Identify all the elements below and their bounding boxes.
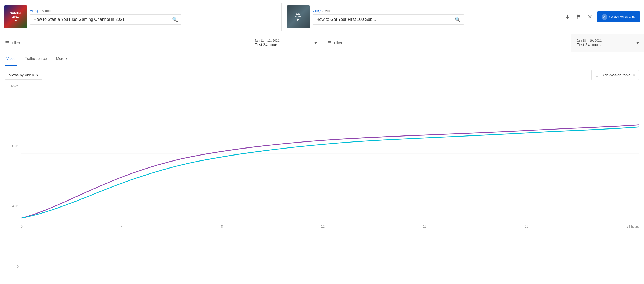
date-label-2: First 24 hours bbox=[577, 42, 634, 47]
date-label-1: First 24 hours bbox=[255, 42, 312, 47]
tab-traffic-source[interactable]: Traffic source bbox=[24, 52, 48, 66]
tab-more[interactable]: More ▾ bbox=[55, 52, 68, 66]
video-panel-2: 100SUBS▶ vidIQ / Video How to Get Your F… bbox=[287, 5, 559, 28]
y-label-12k: 12.0K bbox=[11, 84, 19, 88]
tab-more-label: More bbox=[56, 56, 65, 61]
filter-icon-2: ☰ bbox=[327, 40, 332, 46]
main-content: Views by Video ▾ ⊞ Side-by-side table ▾ … bbox=[0, 66, 644, 284]
video-search-box-2[interactable]: How to Get Your First 100 Sub... 🔍 bbox=[313, 14, 464, 25]
comparison-label: COMPARISON bbox=[609, 15, 636, 19]
category-2: Video bbox=[325, 9, 333, 13]
tabs-row: Video Traffic source More ▾ bbox=[0, 52, 644, 66]
video-thumbnail-2: 100SUBS▶ bbox=[287, 5, 310, 28]
video-panel-1: GAMING2021▶ vidIQ / Video How to Start a… bbox=[4, 5, 276, 28]
chart-line-cyan bbox=[21, 127, 639, 218]
brand-2[interactable]: vidIQ bbox=[313, 9, 321, 13]
category-1: Video bbox=[42, 9, 51, 13]
x-label-24: 24 hours bbox=[627, 225, 639, 228]
video-search-box-1[interactable]: How to Start a YouTube Gaming Channel in… bbox=[30, 14, 181, 25]
x-label-0: 0 bbox=[21, 225, 23, 228]
x-label-20: 20 bbox=[525, 225, 528, 228]
x-label-16: 16 bbox=[423, 225, 426, 228]
chart-area: 12.0K 8.0K 4.0K 0 0 4 bbox=[0, 84, 644, 284]
flag-icon: ⚑ bbox=[576, 14, 581, 20]
flag-button[interactable]: ⚑ bbox=[575, 12, 582, 21]
x-axis-labels: 0 4 8 12 16 20 24 hours bbox=[21, 224, 639, 229]
filter-section-1: ☰ Filter bbox=[0, 34, 249, 52]
filter-section-2: ☰ Filter bbox=[322, 34, 571, 52]
filter-date-row: ☰ Filter Jan 11 – 12, 2021 First 24 hour… bbox=[0, 34, 644, 52]
video-thumbnail-1: GAMING2021▶ bbox=[4, 5, 27, 28]
thumbnail-image-1: GAMING2021▶ bbox=[4, 5, 27, 28]
chart-svg bbox=[21, 84, 639, 224]
table-dropdown-label: Side-by-side table bbox=[601, 73, 630, 77]
chart-svg-wrap: 0 4 8 12 16 20 24 hours bbox=[21, 84, 639, 229]
table-dropdown[interactable]: ⊞ Side-by-side table ▾ bbox=[591, 70, 639, 80]
thumbnail-image-2: 100SUBS▶ bbox=[287, 5, 310, 28]
close-icon: ✕ bbox=[588, 14, 592, 20]
comparison-x-icon: ✕ bbox=[602, 14, 607, 20]
video-title-1: How to Start a YouTube Gaming Channel in… bbox=[34, 17, 172, 22]
date-range-2: Jan 18 – 19, 2021 bbox=[577, 39, 634, 42]
video-info-2: vidIQ / Video How to Get Your First 100 … bbox=[313, 9, 559, 25]
date-range-1: Jan 11 – 12, 2021 bbox=[255, 39, 312, 42]
more-chevron-icon: ▾ bbox=[66, 57, 67, 60]
date-info-2: Jan 18 – 19, 2021 First 24 hours bbox=[577, 39, 634, 47]
chart-controls: Views by Video ▾ ⊞ Side-by-side table ▾ bbox=[0, 66, 644, 84]
date-section-1[interactable]: Jan 11 – 12, 2021 First 24 hours ▾ bbox=[249, 34, 322, 52]
search-icon-1[interactable]: 🔍 bbox=[172, 17, 178, 22]
breadcrumb-sep-1: / bbox=[40, 9, 41, 13]
search-icon-2[interactable]: 🔍 bbox=[455, 17, 460, 22]
filter-label-2[interactable]: Filter bbox=[334, 41, 342, 45]
tab-video-label: Video bbox=[6, 56, 16, 61]
chart-line-purple bbox=[21, 125, 639, 218]
comparison-button[interactable]: ✕ COMPARISON bbox=[597, 11, 640, 22]
video-title-2: How to Get Your First 100 Sub... bbox=[316, 17, 455, 22]
filter-label-1[interactable]: Filter bbox=[12, 41, 20, 45]
y-label-8k: 8.0K bbox=[12, 144, 19, 148]
download-icon: ⬇ bbox=[565, 14, 570, 20]
table-dropdown-chevron: ▾ bbox=[633, 73, 635, 77]
x-label-12: 12 bbox=[321, 225, 325, 228]
views-dropdown-label: Views by Video bbox=[9, 73, 34, 77]
top-right-actions: ⬇ ⚑ ✕ ✕ COMPARISON bbox=[564, 11, 640, 22]
x-label-4: 4 bbox=[121, 225, 123, 228]
download-button[interactable]: ⬇ bbox=[564, 12, 571, 21]
date-section-2[interactable]: Jan 18 – 19, 2021 First 24 hours ▾ bbox=[571, 34, 644, 52]
breadcrumb-sep-2: / bbox=[322, 9, 323, 13]
y-axis-labels: 12.0K 8.0K 4.0K 0 bbox=[5, 84, 21, 268]
date-chevron-1: ▾ bbox=[314, 40, 317, 46]
x-label-8: 8 bbox=[221, 225, 223, 228]
views-dropdown-chevron: ▾ bbox=[36, 73, 38, 77]
date-chevron-2: ▾ bbox=[636, 40, 639, 46]
filter-icon-1: ☰ bbox=[5, 40, 9, 46]
date-info-1: Jan 11 – 12, 2021 First 24 hours bbox=[255, 39, 312, 47]
y-label-4k: 4.0K bbox=[12, 204, 19, 208]
panel-divider bbox=[281, 3, 282, 31]
tab-video[interactable]: Video bbox=[5, 52, 17, 66]
y-label-0: 0 bbox=[17, 265, 19, 268]
tab-traffic-source-label: Traffic source bbox=[25, 56, 47, 61]
breadcrumb-2: vidIQ / Video bbox=[313, 9, 559, 13]
breadcrumb-1: vidIQ / Video bbox=[30, 9, 276, 13]
brand-1[interactable]: vidIQ bbox=[30, 9, 38, 13]
table-icon: ⊞ bbox=[595, 73, 599, 78]
top-bar: GAMING2021▶ vidIQ / Video How to Start a… bbox=[0, 0, 644, 34]
video-info-1: vidIQ / Video How to Start a YouTube Gam… bbox=[30, 9, 276, 25]
close-button[interactable]: ✕ bbox=[586, 12, 593, 21]
views-dropdown[interactable]: Views by Video ▾ bbox=[5, 71, 42, 80]
